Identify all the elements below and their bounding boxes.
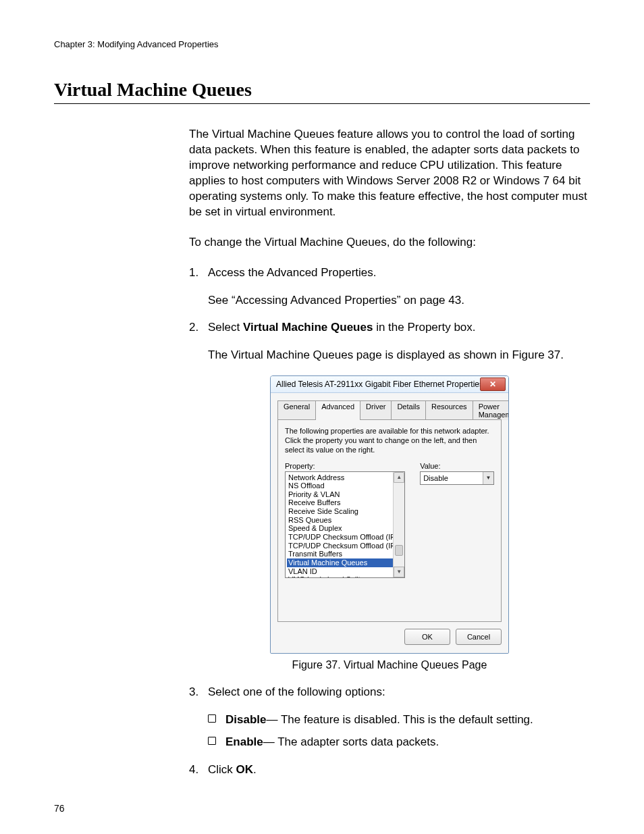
scroll-down-button[interactable]: ▼ [394,567,404,577]
step-number: 1. [189,265,208,281]
step-text: Select one of the following options: [208,685,590,700]
step-number: 4. [189,762,208,778]
property-item[interactable]: Virtual Machine Queues [287,558,404,567]
property-item[interactable]: Priority & VLAN [287,490,404,499]
step-2: 2. Select Virtual Machine Queues in the … [189,320,590,336]
dialog-button-row: OK Cancel [277,629,502,645]
property-item[interactable]: TCP/UDP Checksum Offload (IPv4 [287,533,404,542]
tab-driver[interactable]: Driver [360,400,392,420]
step-1: 1. Access the Advanced Properties. [189,265,590,281]
step-2-pre: Select [208,321,243,334]
bullet-icon [208,712,225,723]
tab-general[interactable]: General [277,400,316,420]
step-text: Click OK. [208,762,590,778]
property-item[interactable]: VLAN ID [287,567,404,576]
property-item[interactable]: Receive Buffers [287,498,404,507]
chevron-up-icon: ▲ [396,474,402,480]
figure-wrap: Allied Telesis AT-2911xx Gigabit Fiber E… [189,375,590,654]
step-4: 4. Click OK. [189,762,590,778]
option-text: — The adapter sorts data packets. [263,735,439,748]
close-icon: ✕ [489,380,496,388]
property-item[interactable]: NS Offload [287,481,404,490]
property-item[interactable]: Speed & Duplex [287,524,404,533]
scrollbar[interactable]: ▲ ▼ [393,472,404,577]
cancel-button[interactable]: Cancel [456,629,502,645]
step-2-bold: Virtual Machine Queues [243,321,373,334]
chevron-down-icon: ▼ [486,475,491,481]
tab-strip: General Advanced Driver Details Resource… [277,400,502,419]
property-item[interactable]: Network Address [287,473,404,482]
property-item[interactable]: VMQ Lookahead Split [287,575,404,577]
tab-advanced[interactable]: Advanced [315,400,360,420]
page-number: 76 [54,803,65,814]
property-item[interactable]: Receive Side Scaling [287,507,404,516]
intro-paragraph: The Virtual Machine Queues feature allow… [189,127,590,220]
property-item[interactable]: RSS Queues [287,516,404,525]
value-text: Disable [421,474,483,482]
step-4-pre: Click [208,763,236,776]
value-label: Value: [420,462,494,470]
step-4-post: . [253,763,257,776]
step-2-post: in the Property box. [373,321,475,334]
step-1-sub: See “Accessing Advanced Properties” on p… [208,293,590,309]
property-listbox[interactable]: Network AddressNS OffloadPriority & VLAN… [285,471,405,578]
tab-resources[interactable]: Resources [425,400,473,420]
lead-in: To change the Virtual Machine Queues, do… [189,235,590,251]
options-list: Disable— The feature is disabled. This i… [208,712,590,750]
tab-power-management[interactable]: Power Management [473,400,509,420]
dialog-title-text: Allied Telesis AT-2911xx Gigabit Fiber E… [276,380,483,389]
option-bold: Enable [225,735,263,748]
figure-caption: Figure 37. Virtual Machine Queues Page [189,659,590,671]
properties-dialog: Allied Telesis AT-2911xx Gigabit Fiber E… [270,375,509,654]
property-list-inner: Network AddressNS OffloadPriority & VLAN… [286,472,404,578]
bullet-icon [208,735,225,745]
option-disable: Disable— The feature is disabled. This i… [208,712,590,728]
close-button[interactable]: ✕ [480,377,506,391]
tab-panel-advanced: The following properties are available f… [277,419,502,622]
chevron-down-icon: ▼ [396,569,402,575]
option-bold: Disable [225,713,266,726]
tab-details[interactable]: Details [391,400,426,420]
panel-explain: The following properties are available f… [285,427,494,454]
ok-button[interactable]: OK [404,629,450,645]
dialog-titlebar[interactable]: Allied Telesis AT-2911xx Gigabit Fiber E… [271,376,508,393]
scroll-up-button[interactable]: ▲ [394,472,404,483]
option-enable: Enable— The adapter sorts data packets. [208,735,590,750]
section-title: Virtual Machine Queues [54,79,590,104]
step-3: 3. Select one of the following options: [189,685,590,700]
running-header: Chapter 3: Modifying Advanced Properties [54,39,590,49]
property-label: Property: [285,462,405,470]
step-number: 2. [189,320,208,336]
step-number: 3. [189,685,208,700]
step-text: Select Virtual Machine Queues in the Pro… [208,320,590,336]
option-text: — The feature is disabled. This is the d… [266,713,533,726]
dialog-body: General Advanced Driver Details Resource… [271,393,508,653]
property-item[interactable]: Transmit Buffers [287,550,404,558]
value-dropdown[interactable]: Disable ▼ [420,471,494,485]
step-4-bold: OK [236,763,254,776]
scroll-thumb[interactable] [395,545,403,556]
dropdown-button[interactable]: ▼ [483,472,493,484]
property-item[interactable]: TCP/UDP Checksum Offload (IPv6 [287,542,404,550]
step-text: Access the Advanced Properties. [208,265,590,281]
step-2-sub: The Virtual Machine Queues page is displ… [208,348,590,363]
